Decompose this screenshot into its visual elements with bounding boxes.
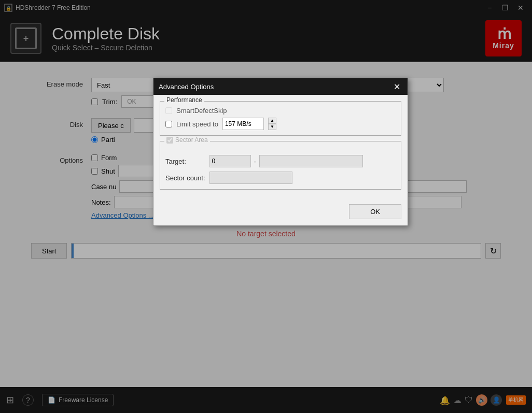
- modal-title: Advanced Options: [159, 83, 214, 91]
- sector-area-section: Sector Area Target: - Sector count:: [160, 141, 401, 190]
- smart-defect-row: SmartDefectSkip: [165, 107, 396, 115]
- smart-defect-label: SmartDefectSkip: [176, 107, 227, 115]
- sector-count-input[interactable]: [209, 172, 292, 184]
- target-end-input[interactable]: [259, 155, 363, 167]
- performance-section: Performance SmartDefectSkip Limit speed …: [160, 101, 401, 136]
- speed-down-button[interactable]: ▼: [268, 124, 276, 130]
- sector-area-label: Sector Area: [175, 136, 208, 144]
- limit-speed-label: Limit speed to: [176, 120, 218, 128]
- speed-up-button[interactable]: ▲: [268, 118, 276, 124]
- modal-footer: OK: [153, 201, 408, 225]
- modal-titlebar: Advanced Options ✕: [153, 78, 408, 95]
- limit-speed-row: Limit speed to ▲ ▼: [165, 118, 396, 130]
- sector-count-inputs: [209, 172, 396, 184]
- sector-count-label: Sector count:: [165, 174, 205, 182]
- advanced-options-dialog: Advanced Options ✕ Performance SmartDefe…: [153, 78, 408, 226]
- modal-close-button[interactable]: ✕: [391, 82, 402, 92]
- ok-button[interactable]: OK: [349, 204, 401, 219]
- target-inputs: -: [209, 155, 396, 167]
- sector-grid: Target: - Sector count:: [165, 155, 396, 184]
- modal-body: Performance SmartDefectSkip Limit speed …: [153, 95, 408, 201]
- sector-area-title: Sector Area: [164, 136, 210, 144]
- performance-section-title: Performance: [164, 96, 204, 104]
- speed-spinner: ▲ ▼: [268, 118, 276, 130]
- sector-dash: -: [254, 158, 256, 165]
- target-start-input[interactable]: [209, 155, 251, 167]
- target-label: Target:: [165, 158, 205, 165]
- speed-input[interactable]: [222, 118, 264, 130]
- sector-area-checkbox[interactable]: [166, 137, 173, 144]
- smart-defect-checkbox[interactable]: [165, 107, 172, 114]
- limit-speed-checkbox[interactable]: [165, 121, 172, 127]
